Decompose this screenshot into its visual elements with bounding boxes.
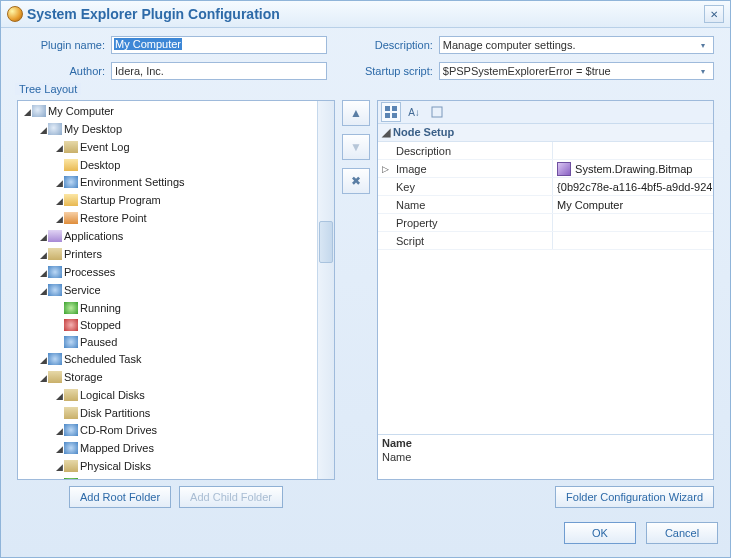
propgrid-row-name[interactable]: NameMy Computer	[378, 196, 713, 214]
propgrid-toolbar: A↓	[378, 101, 713, 124]
tree-node[interactable]: Disk Partitions	[54, 405, 317, 422]
tree-node[interactable]: ◢Mapped Drives	[54, 440, 317, 458]
chevron-down-icon: ▾	[696, 67, 710, 76]
startup-script-value: $PSPSystemExplorerError = $true	[443, 65, 611, 77]
tree-node[interactable]: ◢Service Running Stopped Paused	[38, 282, 317, 351]
author-input[interactable]	[111, 62, 327, 80]
ok-button[interactable]: OK	[564, 522, 636, 544]
tree-node[interactable]: ◢Processes	[38, 264, 317, 282]
tree-node[interactable]: Running	[54, 300, 317, 317]
add-child-folder-button[interactable]: Add Child Folder	[179, 486, 283, 508]
svg-rect-1	[392, 106, 397, 111]
property-pages-button[interactable]	[427, 102, 447, 122]
move-up-button[interactable]: ▲	[342, 100, 370, 126]
propgrid-category[interactable]: ◢ Node Setup	[378, 124, 713, 142]
propgrid-row-description[interactable]: Description	[378, 142, 713, 160]
tree-node[interactable]: ◢Environment Settings	[54, 174, 317, 192]
tree-panel: ◢My Computer ◢My Desktop ◢Event Log Desk…	[17, 100, 335, 480]
tree-node[interactable]: ◢Restore Point	[54, 210, 317, 228]
tree-node[interactable]: ◢My Desktop ◢Event Log Desktop ◢Environm…	[38, 121, 317, 228]
folder-config-wizard-button[interactable]: Folder Configuration Wizard	[555, 486, 714, 508]
propgrid-description: Name Name	[378, 434, 713, 479]
chevron-down-icon: ▾	[696, 41, 710, 50]
cancel-button[interactable]: Cancel	[646, 522, 718, 544]
propgrid-row-image[interactable]: ▷ImageSystem.Drawing.Bitmap	[378, 160, 713, 178]
close-button[interactable]: ✕	[704, 5, 724, 23]
tree-node[interactable]: ◢Physical Disks	[54, 458, 317, 476]
tree-node[interactable]: Stopped	[54, 317, 317, 334]
pages-icon	[431, 106, 443, 118]
svg-rect-4	[432, 107, 442, 117]
image-swatch-icon	[557, 162, 571, 176]
description-label: Description:	[347, 39, 439, 51]
reorder-buttons: ▲ ▼ ✖	[341, 100, 371, 480]
move-down-button[interactable]: ▼	[342, 134, 370, 160]
scroll-thumb[interactable]	[319, 221, 333, 263]
tree-view[interactable]: ◢My Computer ◢My Desktop ◢Event Log Desk…	[18, 101, 317, 479]
tree-node[interactable]: Desktop	[54, 157, 317, 174]
desc-body: Name	[378, 451, 713, 463]
tree-node[interactable]: ◢Applications	[38, 228, 317, 246]
propgrid-row-script[interactable]: Script	[378, 232, 713, 250]
propgrid-row-key[interactable]: Key{0b92c78e-a116-4bf5-a9dd-9246	[378, 178, 713, 196]
alphabetical-button[interactable]: A↓	[404, 102, 424, 122]
tree-node[interactable]: Paused	[54, 334, 317, 351]
tree-node[interactable]: ◢Startup Program	[54, 192, 317, 210]
tree-node[interactable]: ◢Event Log	[54, 139, 317, 157]
svg-rect-2	[385, 113, 390, 118]
desc-header: Name	[378, 435, 713, 451]
categorize-icon	[385, 106, 397, 118]
header-form: Plugin name: My Computer Author: Descrip…	[1, 28, 730, 86]
author-label: Author:	[17, 65, 111, 77]
description-value: Manage computer settings.	[443, 39, 576, 51]
tree-node[interactable]: ◢CD-Rom Drives	[54, 422, 317, 440]
property-grid: A↓ ◢ Node Setup Description ▷ImageSystem…	[377, 100, 714, 480]
plugin-name-selection: My Computer	[114, 38, 182, 50]
propgrid-row-property[interactable]: Property	[378, 214, 713, 232]
startup-script-combo[interactable]: $PSPSystemExplorerError = $true ▾	[439, 62, 714, 80]
dialog-buttons: OK Cancel	[1, 514, 730, 552]
description-combo[interactable]: Manage computer settings. ▾	[439, 36, 714, 54]
tree-layout-group: Tree Layout ◢My Computer ◢My Desktop ◢Ev…	[9, 90, 722, 514]
svg-rect-3	[392, 113, 397, 118]
app-icon	[7, 6, 23, 22]
tree-scrollbar[interactable]	[317, 101, 334, 479]
window-title: System Explorer Plugin Configuration	[27, 6, 280, 22]
tree-node[interactable]: ◢Printers	[38, 246, 317, 264]
tree-layout-legend: Tree Layout	[15, 83, 81, 95]
svg-rect-0	[385, 106, 390, 111]
startup-script-label: Startup script:	[347, 65, 439, 77]
tree-node-root[interactable]: ◢My Computer ◢My Desktop ◢Event Log Desk…	[22, 103, 317, 479]
plugin-name-label: Plugin name:	[17, 39, 111, 51]
tree-node[interactable]: ◢Logical Disks	[54, 387, 317, 405]
delete-node-button[interactable]: ✖	[342, 168, 370, 194]
tree-node[interactable]: ◢Shares	[54, 476, 317, 479]
categorized-button[interactable]	[381, 102, 401, 122]
tree-node[interactable]: ◢Scheduled Task	[38, 351, 317, 369]
tree-node[interactable]: ◢Storage ◢Logical Disks Disk Partitions …	[38, 369, 317, 479]
add-root-folder-button[interactable]: Add Root Folder	[69, 486, 171, 508]
title-bar: System Explorer Plugin Configuration ✕	[1, 1, 730, 28]
